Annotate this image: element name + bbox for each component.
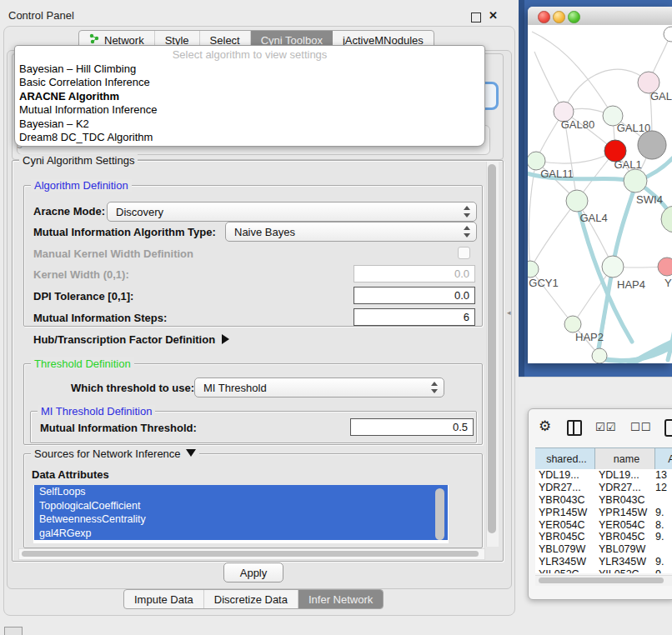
network-node[interactable] [661,206,672,232]
data-attribute-item[interactable]: gal4RGexp [34,527,448,541]
group-title: Algorithm Definition [31,179,132,192]
algorithm-option[interactable]: ARACNE Algorithm [19,90,478,103]
node-label: GCY1 [529,277,558,289]
network-node[interactable] [592,348,607,363]
settings-vscrollbar-thumb[interactable] [488,164,496,533]
network-canvas[interactable]: GALGAL80GAL10GAL1SWI4GAL11GAL4GCY1HAP4YH… [528,25,672,363]
which-threshold-value: MI Threshold [203,382,267,394]
tab-discretize-data[interactable]: Discretize Data [204,590,298,608]
combo-arrows-icon [431,382,438,393]
close-traffic-light[interactable] [538,11,550,23]
table-cell: 9. [655,531,672,542]
dropdown-hint: Select algorithm to view settings [15,48,484,61]
group-title: Threshold Definition [31,358,134,370]
network-node[interactable] [566,190,588,212]
network-node[interactable] [624,169,647,192]
gear-icon[interactable]: ⚙ [539,419,551,433]
columns-icon[interactable] [567,420,582,436]
table-row[interactable]: YER054CYER054C8. [535,518,672,531]
hub-definition-toggle[interactable]: Hub/Transcription Factor Definition [33,333,229,346]
sources-toggle[interactable]: Sources for Network Inference [31,448,199,460]
bottom-tabbar: Impute Data Discretize Data Infer Networ… [123,589,384,609]
table-cell: 9. [655,568,672,573]
mi-type-value: Naive Bayes [234,226,295,238]
mi-steps-field[interactable]: 6 [354,308,475,326]
table-cell: YBL079W [535,543,595,555]
aracne-mode-label: Aracne Mode: [33,205,105,218]
table-row[interactable]: YPR145WYPR145W9. [535,506,672,518]
dpi-tolerance-field[interactable]: 0.0 [354,287,475,304]
network-node[interactable] [528,261,539,278]
network-view-window: GALGAL80GAL10GAL1SWI4GAL11GAL4GCY1HAP4YH… [528,7,672,363]
network-node[interactable] [638,131,666,159]
network-node[interactable] [564,316,581,332]
apply-button[interactable]: Apply [223,562,283,582]
settings-hscrollbar-thumb[interactable] [22,551,479,557]
column-header-name[interactable]: name [595,448,655,470]
algorithm-option[interactable]: Basic Correlation Inference [19,76,478,89]
which-threshold-label: Which threshold to use: [71,382,194,394]
table-row[interactable]: YBR043CYBR043C [535,494,672,507]
data-attribute-item[interactable]: TopologicalCoefficient [34,499,448,513]
sources-title: Sources for Network Inference [34,448,181,460]
network-node[interactable] [602,256,624,278]
function-icon[interactable] [664,419,672,437]
tab-impute-data[interactable]: Impute Data [124,590,204,608]
corner-widget[interactable] [4,627,23,635]
node-label: GAL80 [561,118,594,131]
table-row[interactable]: YIL052CYIL052C9. [535,568,672,573]
select-all-icon[interactable]: ☑☑ [595,421,616,433]
data-attribute-item[interactable]: BetweennessCentrality [34,512,448,527]
table-row[interactable]: YBR045CYBR045C9. [535,531,672,543]
table-cell: 9. [655,507,672,518]
zoom-traffic-light[interactable] [568,11,580,23]
table-cell: YER054C [535,519,595,531]
column-header-partial[interactable]: A [655,448,672,470]
tab-label: Discretize Data [214,593,288,606]
table-cell: YDR27... [595,482,655,493]
table-hscrollbar-thumb[interactable] [539,578,664,583]
algorithm-option[interactable]: Dream8 DC_TDC Algorithm [19,131,478,144]
node-label: GAL4 [579,212,607,224]
algorithm-dropdown-popup: Select algorithm to view settings Bayesi… [14,45,485,147]
algorithm-option[interactable]: Mutual Information Inference [19,103,478,117]
data-attribute-item[interactable]: SelfLoops [34,485,448,499]
table-row[interactable]: YBL079WYBL079W [535,543,672,556]
network-window-titlebar[interactable] [528,7,672,26]
mi-threshold-field[interactable]: 0.5 [350,418,474,436]
network-edge [536,151,615,163]
network-node[interactable] [664,27,672,42]
panel-resize-handle[interactable]: ◂ [507,308,511,317]
table-cell: YPR145W [595,507,655,518]
column-header-shared[interactable]: shared... [535,448,595,470]
chevron-right-icon [222,334,229,344]
minimize-traffic-light[interactable] [553,11,565,23]
table-row[interactable]: YLR345WYLR345W9. [535,556,672,568]
algorithm-option[interactable]: Bayesian – Hill Climbing [19,62,478,76]
float-window-icon[interactable] [471,12,481,22]
table-row[interactable]: YDL19...YDL19...13 [535,469,672,482]
table-row[interactable]: YDR27...YDR27...12 [535,482,672,494]
tab-infer-network[interactable]: Infer Network [298,590,383,608]
table-panel-window: ⚙ ☑☑ ☐☐ shared... name A YDL19...YDL19..… [528,408,672,600]
table-toolbar: ⚙ ☑☑ ☐☐ [529,409,672,446]
aracne-mode-combo[interactable]: Discovery [107,202,477,222]
network-edge-thick [613,183,636,267]
attribute-list-scrollbar[interactable] [435,488,444,540]
table-header-row: shared... name A [535,448,672,470]
tab-label: Infer Network [308,593,373,606]
which-threshold-combo[interactable]: MI Threshold [194,378,444,398]
table-cell: 8. [655,519,672,531]
kernel-width-field[interactable]: 0.0 [354,265,475,282]
table-panel-bar: Table Panel [519,377,672,404]
table-cell: YDL19... [535,469,595,481]
mi-type-combo[interactable]: Naive Bayes [225,222,477,242]
table-cell: YPR145W [535,507,595,518]
unselect-all-icon[interactable]: ☐☐ [630,421,651,433]
manual-kernel-checkbox[interactable] [458,247,470,259]
close-icon[interactable]: ✕ [489,9,498,22]
tab-label: Impute Data [134,593,193,606]
network-node[interactable] [658,258,672,276]
table-cell: YBR043C [595,494,655,506]
algorithm-option[interactable]: Bayesian – K2 [19,118,478,131]
